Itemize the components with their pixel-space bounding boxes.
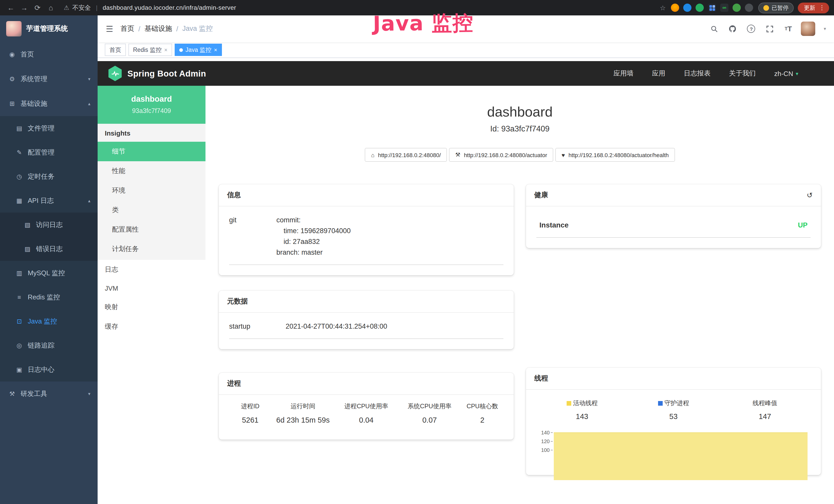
sba-instance-header[interactable]: dashboard 93a3fc7f7409	[97, 86, 205, 124]
sidebar-item-log-center[interactable]: ▣ 日志中心	[0, 358, 97, 382]
tab-redis[interactable]: Redis 监控 ×	[128, 44, 172, 56]
sidebar-item-dev-tools[interactable]: ⚒ 研发工具 ▾	[0, 382, 97, 406]
sidebar-item-home[interactable]: ◉ 首页	[0, 42, 97, 67]
extension-icon-grid[interactable]	[708, 4, 716, 12]
paused-badge[interactable]: 已暂停	[758, 2, 794, 13]
breadcrumb-infra[interactable]: 基础设施	[144, 24, 172, 33]
sba-item-classes[interactable]: 类	[97, 200, 205, 220]
col-header: 进程ID	[229, 400, 271, 415]
sba-item-caches[interactable]: 缓存	[97, 317, 205, 336]
search-icon[interactable]	[709, 23, 720, 35]
sba-nav-wallboard[interactable]: 应用墙	[613, 69, 633, 78]
sba-navbar: Spring Boot Admin 应用墙 应用 日志报表 关于我们 zh-CN…	[97, 61, 834, 86]
browser-forward-icon[interactable]: →	[19, 4, 30, 12]
base-url-button[interactable]: ⌂ http://192.168.0.2:48080/	[365, 148, 447, 162]
fullscreen-icon[interactable]	[764, 23, 775, 35]
home-icon: ⌂	[371, 152, 374, 158]
cell-pid: 5261	[229, 415, 271, 429]
sidebar-item-file[interactable]: ▤ 文件管理	[0, 116, 97, 140]
metadata-card: 元数据 startup 2021-04-27T00:44:31.254+08:0…	[219, 291, 514, 349]
sba-nav-applications[interactable]: 应用	[652, 69, 665, 78]
bookmark-star-icon[interactable]: ☆	[660, 4, 666, 12]
extension-icon-on[interactable]: on	[720, 4, 728, 12]
sba-locale-select[interactable]: zh-CN ▾	[774, 70, 798, 77]
status-badge: UP	[798, 221, 808, 229]
sidebar-item-job[interactable]: ◷ 定时任务	[0, 164, 97, 188]
col-header: CPU核心数	[461, 400, 503, 415]
heartbeat-icon: ♥	[562, 152, 565, 158]
sba-item-scheduled[interactable]: 计划任务	[97, 239, 205, 259]
browser-update-button[interactable]: 更新 ⋮	[798, 2, 829, 13]
annotation-java-monitor: Java 监控	[373, 9, 474, 38]
sidebar-item-access-log[interactable]: ▧ 访问日志	[0, 212, 97, 237]
health-instance-row[interactable]: Instance UP	[536, 215, 811, 238]
browser-home-icon[interactable]: ⌂	[45, 4, 57, 12]
error-log-icon: ▨	[24, 245, 31, 252]
avatar[interactable]	[801, 22, 815, 36]
sba-item-config-props[interactable]: 配置属性	[97, 220, 205, 239]
threads-chart: 140 120 100	[536, 429, 811, 475]
sidebar-item-config[interactable]: ✎ 配置管理	[0, 140, 97, 164]
extension-icon-dark[interactable]	[745, 4, 753, 12]
sidebar-item-trace[interactable]: ◎ 链路追踪	[0, 333, 97, 358]
extension-icon-drop[interactable]	[683, 4, 692, 12]
insights-group: Insights 细节 性能 环境 类 配置属性 计划任务	[97, 124, 205, 260]
sidebar-item-mysql[interactable]: ▥ MySQL 监控	[0, 261, 97, 285]
tab-java[interactable]: Java 监控 ×	[175, 44, 222, 56]
breadcrumb: 首页 / 基础设施 / Java 监控	[120, 24, 213, 33]
extension-icon-leaf[interactable]	[732, 4, 741, 12]
cell-uptime: 6d 23h 15m 59s	[271, 415, 334, 429]
sba-nav-about[interactable]: 关于我们	[729, 69, 756, 78]
extension-icon-green[interactable]	[696, 4, 704, 12]
sidebar-item-java[interactable]: ⊡ Java 监控	[0, 309, 97, 333]
metadata-key: startup	[229, 321, 286, 332]
screenshot-root: ← → ⟳ ⌂ ⚠ 不安全 | dashboard.yudao.iocoder.…	[0, 0, 834, 504]
tab-home[interactable]: 首页	[105, 44, 126, 56]
wrench-icon: ⚒	[455, 152, 460, 158]
sba-item-metrics[interactable]: 性能	[97, 161, 205, 181]
database-icon: ▥	[16, 269, 23, 276]
daemon-threads-swatch	[658, 401, 662, 406]
sba-item-jvm[interactable]: JVM	[97, 279, 205, 297]
cell-process-cpu: 0.04	[335, 415, 398, 429]
app-logo[interactable]: 芋道管理系统	[0, 16, 97, 42]
history-icon[interactable]: ↺	[807, 191, 813, 199]
sidebar-item-system[interactable]: ⚙ 系统管理 ▾	[0, 67, 97, 91]
app-logo-image	[6, 21, 22, 37]
browser-back-icon[interactable]: ←	[5, 4, 17, 12]
metadata-value: 2021-04-27T00:44:31.254+08:00	[286, 321, 503, 332]
github-icon[interactable]	[727, 23, 739, 35]
font-size-icon[interactable]: TT	[783, 23, 794, 35]
address-bar[interactable]: ⚠ 不安全 | dashboard.yudao.iocoder.cn/infra…	[64, 3, 236, 12]
sidebar-item-api-log[interactable]: ▦ API 日志 ▴	[0, 188, 97, 212]
instance-title: dashboard	[205, 104, 834, 120]
url-text[interactable]: dashboard.yudao.iocoder.cn/infra/admin-s…	[103, 4, 236, 11]
sba-item-logs[interactable]: 日志	[97, 260, 205, 279]
hamburger-icon[interactable]: ☰	[106, 24, 113, 33]
health-card-title: 健康	[534, 190, 548, 200]
extension-icon-fox[interactable]	[671, 4, 679, 12]
address-separator: |	[96, 4, 97, 11]
app-title: 芋道管理系统	[26, 24, 68, 33]
close-icon[interactable]: ×	[214, 47, 217, 53]
browser-menu-icon[interactable]: ⋮	[819, 4, 825, 11]
sba-nav-journal[interactable]: 日志报表	[684, 69, 710, 78]
sidebar-item-redis[interactable]: ≡ Redis 监控	[0, 285, 97, 309]
actuator-url-button[interactable]: ⚒ http://192.168.0.2:48080/actuator	[449, 148, 553, 162]
sba-item-mappings[interactable]: 映射	[97, 297, 205, 317]
health-url-button[interactable]: ♥ http://192.168.0.2:48080/actuator/heal…	[555, 148, 675, 162]
sidebar-item-error-log[interactable]: ▨ 错误日志	[0, 237, 97, 261]
admin-sidebar: 芋道管理系统 ◉ 首页 ⚙ 系统管理 ▾ ⊞ 基础设施 ▴ ▤ 文件管理	[0, 16, 97, 504]
caret-down-icon[interactable]: ▾	[824, 26, 826, 31]
threads-card: 线程 活动线程 143 守护进程	[526, 368, 821, 475]
close-icon[interactable]: ×	[164, 47, 168, 53]
help-icon[interactable]: ?	[746, 23, 757, 35]
breadcrumb-home[interactable]: 首页	[120, 24, 134, 33]
peak-threads-value: 147	[719, 412, 811, 420]
sba-item-environment[interactable]: 环境	[97, 181, 205, 200]
sba-item-details[interactable]: 细节	[97, 142, 205, 161]
sba-brand-title[interactable]: Spring Boot Admin	[127, 69, 206, 78]
browser-reload-icon[interactable]: ⟳	[32, 4, 43, 12]
log-center-icon: ▣	[16, 366, 23, 373]
sidebar-item-infra[interactable]: ⊞ 基础设施 ▴	[0, 91, 97, 116]
